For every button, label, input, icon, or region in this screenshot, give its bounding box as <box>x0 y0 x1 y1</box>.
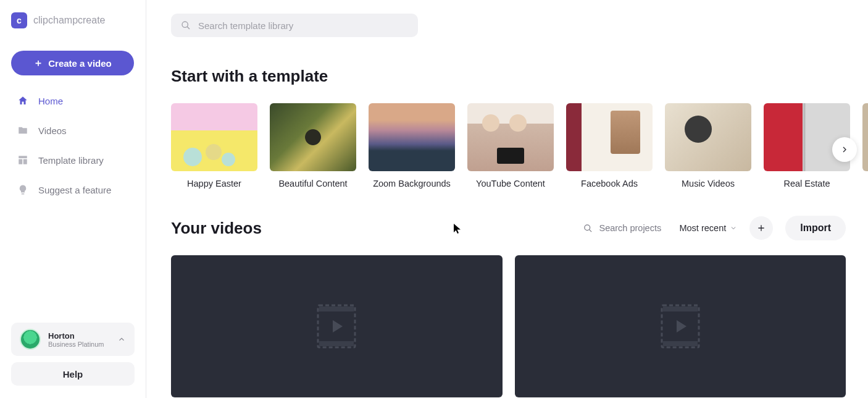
svg-point-4 <box>585 224 590 230</box>
plus-icon <box>756 223 766 233</box>
template-card[interactable]: Beautiful Content <box>270 103 356 188</box>
sidebar-item-videos[interactable]: Videos <box>11 116 135 145</box>
home-icon <box>17 95 28 106</box>
sort-dropdown[interactable]: Most recent <box>679 223 737 233</box>
template-card[interactable] <box>862 103 868 188</box>
import-button[interactable]: Import <box>785 216 846 240</box>
sidebar-item-suggest-feature[interactable]: Suggest a feature <box>11 176 135 204</box>
search-input[interactable] <box>198 20 408 31</box>
videos-header: Your videos Most recent Import <box>171 216 868 240</box>
search-bar[interactable] <box>171 14 418 37</box>
templates-row: Happy Easter Beautiful Content Zoom Back… <box>171 103 868 188</box>
create-video-label: Create a video <box>48 58 112 69</box>
template-label: Zoom Backgrounds <box>369 179 455 188</box>
template-card[interactable]: Music Videos <box>665 103 751 188</box>
svg-rect-10 <box>663 341 698 346</box>
user-info: Horton Business Platinum <box>48 331 110 348</box>
sidebar-item-label: Template library <box>38 155 104 166</box>
chevron-right-icon <box>840 145 849 155</box>
search-icon <box>181 20 191 30</box>
video-grid <box>171 255 868 397</box>
projects-search-input[interactable] <box>599 223 667 233</box>
template-label: Music Videos <box>665 179 751 188</box>
template-thumbnail <box>171 103 257 171</box>
template-label: Facebook Ads <box>566 179 653 188</box>
template-thumbnail <box>862 103 868 171</box>
sidebar-item-home[interactable]: Home <box>11 87 135 115</box>
create-video-button[interactable]: ＋ Create a video <box>11 51 134 75</box>
template-card[interactable]: YouTube Content <box>467 103 554 188</box>
logo-mark: c <box>11 12 27 28</box>
sidebar-item-label: Suggest a feature <box>38 185 111 195</box>
folder-icon <box>17 125 28 136</box>
videos-controls: Most recent Import <box>583 216 846 240</box>
svg-rect-0 <box>19 156 27 158</box>
film-icon <box>661 304 700 349</box>
templates-next-button[interactable] <box>832 137 857 162</box>
template-card[interactable]: Facebook Ads <box>566 103 653 188</box>
template-thumbnail <box>764 103 850 171</box>
svg-rect-2 <box>23 159 27 164</box>
template-label: YouTube Content <box>467 179 554 188</box>
template-thumbnail <box>566 103 653 171</box>
user-name: Horton <box>48 331 110 341</box>
projects-search[interactable] <box>583 223 667 233</box>
main-content: Start with a template Happy Easter Beaut… <box>146 0 868 398</box>
avatar <box>20 329 41 350</box>
brand-name-sub: create <box>78 15 105 25</box>
help-button[interactable]: Help <box>11 362 135 386</box>
logo-text: clipchampcreate <box>33 15 106 26</box>
template-label: Real Estate <box>764 179 850 188</box>
svg-rect-7 <box>319 341 354 346</box>
search-icon <box>583 224 593 233</box>
template-card[interactable]: Happy Easter <box>171 103 257 188</box>
svg-rect-6 <box>319 307 354 311</box>
brand-name-main: clipchamp <box>33 15 78 25</box>
svg-rect-1 <box>19 159 22 164</box>
template-thumbnail <box>270 103 356 171</box>
film-icon <box>317 304 356 349</box>
chevron-up-icon <box>117 335 126 344</box>
template-thumbnail <box>665 103 751 171</box>
template-label: Happy Easter <box>171 179 257 188</box>
plus-icon: ＋ <box>33 57 43 70</box>
templates-heading: Start with a template <box>171 67 868 86</box>
sidebar-item-label: Videos <box>38 125 67 136</box>
svg-rect-9 <box>663 307 698 311</box>
template-thumbnail <box>369 103 455 171</box>
template-thumbnail <box>467 103 554 171</box>
user-plan: Business Platinum <box>48 341 110 348</box>
user-menu[interactable]: Horton Business Platinum <box>11 323 135 356</box>
sort-label: Most recent <box>679 223 726 233</box>
sidebar-nav: Home Videos Template library Suggest a f… <box>11 87 135 204</box>
template-label: Beautiful Content <box>270 179 356 188</box>
video-card[interactable] <box>515 255 846 397</box>
sidebar: c clipchampcreate ＋ Create a video Home … <box>0 0 146 398</box>
svg-point-3 <box>182 22 188 27</box>
template-card[interactable]: Zoom Backgrounds <box>369 103 455 188</box>
sidebar-item-label: Home <box>38 96 63 106</box>
brand-logo[interactable]: c clipchampcreate <box>11 12 135 28</box>
new-video-button[interactable] <box>749 216 773 240</box>
video-card[interactable] <box>171 255 503 397</box>
lightbulb-icon <box>17 184 28 195</box>
chevron-down-icon <box>730 224 737 232</box>
sidebar-bottom: Horton Business Platinum Help <box>11 323 135 386</box>
sidebar-item-template-library[interactable]: Template library <box>11 146 135 174</box>
videos-heading: Your videos <box>171 219 262 238</box>
template-icon <box>17 155 28 166</box>
